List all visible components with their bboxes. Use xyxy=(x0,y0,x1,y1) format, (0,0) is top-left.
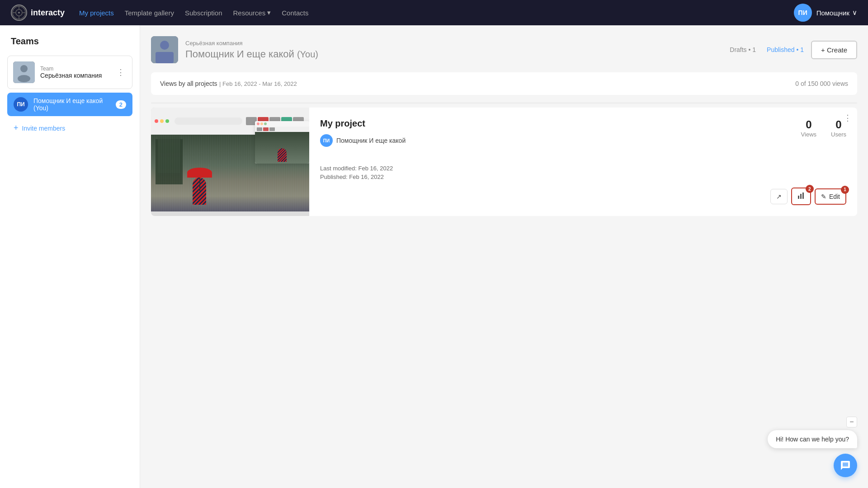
user-name: Помощник ∨ xyxy=(816,9,857,17)
svg-point-9 xyxy=(18,75,30,82)
invite-label: Invite members xyxy=(22,125,66,132)
main-nav: My projects Template gallery Subscriptio… xyxy=(79,9,779,17)
published-count[interactable]: Published • 1 xyxy=(767,46,804,53)
chat-minimize-button[interactable]: − xyxy=(846,417,857,427)
user-menu[interactable]: ПИ Помощник ∨ xyxy=(794,4,857,22)
project-info: My project ПИ Помощник И еще какой 0 Vie… xyxy=(309,108,857,216)
views-num: 0 Views xyxy=(801,118,816,138)
chat-bubble: Hi! How can we help you? xyxy=(768,430,857,448)
views-count: 0 of 150 000 views xyxy=(795,80,848,87)
project-dates: Last modified: Feb 16, 2022 Published: F… xyxy=(320,165,846,180)
main-content: Серьёзная компания Помощник И еще какой … xyxy=(140,25,868,488)
author-avatar: ПИ xyxy=(320,134,333,147)
chat-bubble-container: − Hi! How can we help you? xyxy=(768,430,857,448)
drafts-count: Drafts • 1 xyxy=(730,46,756,53)
chat-open-button[interactable] xyxy=(834,454,857,477)
project-header: Серьёзная компания Помощник И еще какой … xyxy=(151,36,857,63)
team-label: Team xyxy=(40,66,109,72)
project-logo xyxy=(151,36,178,63)
user-team-count: 2 xyxy=(116,100,126,109)
project-title: Помощник И еще какой (You) xyxy=(185,48,722,60)
svg-point-8 xyxy=(20,65,28,72)
sidebar: Teams Team Серьёзная компания ⋮ ПИ Помощ… xyxy=(0,25,140,488)
external-link-icon: ↗ xyxy=(776,193,782,200)
invite-plus-icon: + xyxy=(14,123,19,133)
chevron-down-icon: ∨ xyxy=(852,9,857,17)
views-value: 0 xyxy=(801,118,816,131)
edit-label: Edit xyxy=(829,193,840,200)
views-info: Views by all projects | Feb 16, 2022 - M… xyxy=(160,80,297,88)
team-name: Серьёзная компания xyxy=(40,72,109,79)
user-team-avatar: ПИ xyxy=(14,97,28,112)
views-date: | Feb 16, 2022 - Mar 16, 2022 xyxy=(219,80,297,87)
view-button[interactable]: ↗ xyxy=(770,189,788,204)
project-company: Серьёзная компания xyxy=(185,40,722,47)
create-button[interactable]: + Create xyxy=(811,41,857,59)
views-label: Views by all projects xyxy=(160,80,217,87)
project-thumbnail xyxy=(151,108,309,216)
nav-resources[interactable]: Resources ▾ xyxy=(233,9,271,17)
team-logo xyxy=(13,61,35,83)
chat-widget: − Hi! How can we help you? xyxy=(768,430,857,477)
user-team-item[interactable]: ПИ Помощник И еще какой (You) 2 xyxy=(7,93,132,116)
dot-red xyxy=(155,119,158,123)
project-meta: Серьёзная компания Помощник И еще какой … xyxy=(185,40,722,60)
analytics-badge: 2 xyxy=(806,185,814,193)
edit-icon: ✎ xyxy=(821,193,826,200)
project-actions: ↗ 2 ✎ Edit xyxy=(320,188,846,205)
project-stats: Drafts • 1 Published • 1 xyxy=(730,46,804,53)
team-info: Team Серьёзная компания xyxy=(40,66,109,79)
team-more-icon[interactable]: ⋮ xyxy=(115,66,127,79)
nav-my-projects[interactable]: My projects xyxy=(79,9,114,17)
main-layout: Teams Team Серьёзная компания ⋮ ПИ Помощ… xyxy=(0,25,868,488)
info-left: My project ПИ Помощник И еще какой xyxy=(320,118,790,156)
published-date: Published: Feb 16, 2022 xyxy=(320,174,846,180)
views-bar: Views by all projects | Feb 16, 2022 - M… xyxy=(151,72,857,95)
svg-rect-15 xyxy=(802,192,804,199)
chevron-down-icon: ▾ xyxy=(267,9,271,17)
analytics-button[interactable]: 2 xyxy=(791,188,811,205)
last-modified: Last modified: Feb 16, 2022 xyxy=(320,165,846,172)
project-author: ПИ Помощник И еще какой xyxy=(320,134,790,147)
svg-rect-14 xyxy=(800,194,802,199)
users-label-num: Users xyxy=(831,131,846,138)
logo-icon xyxy=(11,5,27,21)
nav-template-gallery[interactable]: Template gallery xyxy=(125,9,174,17)
chart-icon xyxy=(797,192,805,201)
side-panel-preview xyxy=(255,121,309,164)
side-main-photo xyxy=(255,132,309,164)
navbar: interacty My projects Template gallery S… xyxy=(0,0,868,25)
dot-green xyxy=(165,119,169,123)
edit-button[interactable]: ✎ Edit 1 xyxy=(815,188,846,205)
info-row: My project ПИ Помощник И еще какой 0 Vie… xyxy=(320,118,846,156)
svg-rect-12 xyxy=(156,52,174,63)
team-card[interactable]: Team Серьёзная компания ⋮ xyxy=(7,56,132,89)
invite-members[interactable]: + Invite members xyxy=(7,120,132,136)
app-logo[interactable]: interacty xyxy=(11,5,65,21)
views-label-num: Views xyxy=(801,131,816,138)
author-name: Помощник И еще какой xyxy=(336,137,406,144)
nav-contacts[interactable]: Contacts xyxy=(282,9,308,17)
project-name: My project xyxy=(320,118,790,129)
info-right: 0 Views 0 Users xyxy=(801,118,846,138)
edit-badge: 1 xyxy=(841,186,849,194)
avatar: ПИ xyxy=(794,4,812,22)
svg-point-11 xyxy=(160,41,169,50)
svg-point-2 xyxy=(18,12,20,14)
user-team-name: Помощник И еще какой (You) xyxy=(33,97,110,112)
sidebar-title: Teams xyxy=(7,36,132,47)
svg-rect-13 xyxy=(798,196,799,199)
dot-yellow xyxy=(160,119,164,123)
card-more-icon[interactable]: ⋮ xyxy=(844,113,852,123)
figure xyxy=(187,168,212,205)
project-card: My project ПИ Помощник И еще какой 0 Vie… xyxy=(151,108,857,216)
app-name: interacty xyxy=(31,8,65,18)
nav-subscription[interactable]: Subscription xyxy=(185,9,222,17)
